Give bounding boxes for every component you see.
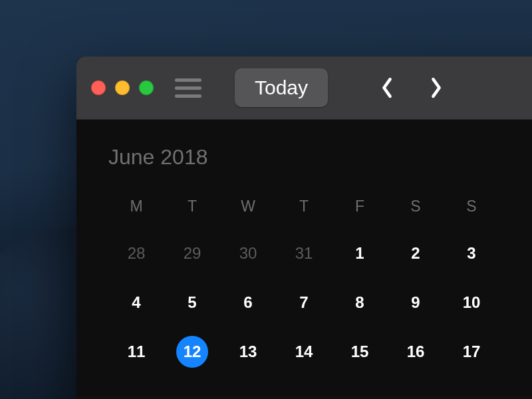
weekday-label: W: [220, 198, 276, 215]
day-cell[interactable]: 5: [164, 278, 220, 327]
weekday-label: S: [388, 198, 444, 215]
day-cell[interactable]: 7: [276, 278, 332, 327]
day-cell[interactable]: 9: [388, 278, 444, 327]
hamburger-bar-icon: [175, 78, 201, 82]
day-number: 12: [176, 336, 208, 368]
day-cell[interactable]: 10: [444, 278, 499, 327]
month-header: June 2018: [108, 145, 532, 170]
day-cell[interactable]: 17: [444, 327, 499, 376]
day-cell[interactable]: 13: [220, 327, 276, 376]
weekday-header-row: M T W T F S S: [108, 198, 532, 215]
chevron-right-icon: [429, 76, 444, 99]
day-cell[interactable]: 12: [164, 327, 220, 376]
day-cell[interactable]: 2: [388, 229, 444, 278]
day-number: 14: [295, 342, 313, 361]
mini-calendar: June 2018 M T W T F S S: [76, 120, 532, 396]
close-window-button[interactable]: [91, 80, 106, 95]
days-grid: 282930311234567891011121314151617: [108, 229, 532, 376]
day-number: 4: [132, 293, 140, 312]
day-number: 31: [295, 244, 313, 263]
day-number: 6: [243, 293, 252, 312]
day-number: 1: [355, 244, 364, 263]
toolbar-navigation: [380, 76, 444, 99]
day-cell[interactable]: 31: [276, 229, 332, 278]
month-year-label: June 2018: [108, 145, 207, 170]
hamburger-bar-icon: [175, 94, 201, 98]
day-number: 16: [407, 342, 425, 361]
calendar-window: Today June 2018: [76, 57, 532, 399]
day-number: 30: [239, 244, 257, 263]
day-cell[interactable]: 28: [108, 229, 164, 278]
prev-period-button[interactable]: [380, 76, 394, 99]
day-cell[interactable]: 4: [108, 278, 164, 327]
zoom-window-button[interactable]: [139, 80, 154, 95]
day-number: 28: [128, 244, 146, 263]
day-cell[interactable]: 11: [108, 327, 164, 376]
traffic-lights: [91, 80, 154, 95]
day-number: 10: [463, 293, 481, 312]
day-number: 13: [239, 342, 257, 361]
day-number: 7: [299, 293, 308, 312]
day-cell[interactable]: 1: [332, 229, 388, 278]
next-period-button[interactable]: [429, 76, 444, 99]
day-cell[interactable]: 6: [220, 278, 276, 327]
today-button[interactable]: Today: [235, 68, 328, 107]
hamburger-bar-icon: [175, 86, 201, 90]
weekday-label: S: [444, 198, 499, 215]
day-cell[interactable]: 14: [276, 327, 332, 376]
day-number: 11: [128, 342, 146, 361]
day-number: 3: [467, 244, 475, 263]
day-cell[interactable]: 3: [444, 229, 499, 278]
day-cell[interactable]: 29: [164, 229, 220, 278]
sidebar-toggle-button[interactable]: [175, 78, 201, 98]
chevron-left-icon: [380, 76, 394, 99]
day-cell[interactable]: 8: [332, 278, 388, 327]
weekday-label: M: [108, 198, 164, 215]
day-number: 9: [411, 293, 420, 312]
day-cell[interactable]: 16: [388, 327, 444, 376]
day-number: 15: [351, 342, 369, 361]
minimize-window-button[interactable]: [115, 80, 130, 95]
day-cell[interactable]: 30: [220, 229, 276, 278]
window-titlebar: Today: [76, 57, 532, 120]
day-number: 2: [411, 244, 420, 263]
day-cell[interactable]: 15: [332, 327, 388, 376]
day-number: 5: [188, 293, 196, 312]
day-number: 17: [463, 342, 481, 361]
weekday-label: F: [332, 198, 388, 215]
weekday-label: T: [164, 198, 220, 215]
day-number: 29: [184, 244, 201, 263]
day-number: 8: [355, 293, 364, 312]
weekday-label: T: [276, 198, 332, 215]
